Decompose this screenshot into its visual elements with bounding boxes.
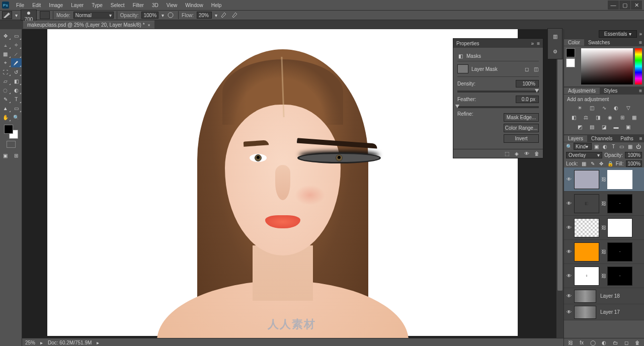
link-layers-icon[interactable]: ⛓ [567,339,574,347]
posterize-icon[interactable]: ▤ [588,123,597,131]
foreground-color-swatch[interactable] [4,125,13,134]
load-selection-icon[interactable]: ⬚ [504,151,510,157]
chevron-down-icon[interactable]: ▾ [215,13,217,18]
rectangle-tool[interactable]: ▭ [11,104,22,113]
layer-thumbnail[interactable] [574,290,596,303]
color-field[interactable] [581,48,633,84]
lasso-tool[interactable]: ⟁ [0,40,11,49]
document-tab[interactable]: makeupclass.psd @ 25% (Layer 20, Layer M… [23,21,154,29]
color-lookup-icon[interactable]: ▦ [630,113,639,121]
gradient-map-icon[interactable]: ▬ [612,123,621,131]
eraser-tool[interactable]: ▱ [0,76,11,85]
new-layer-icon[interactable]: ◻ [623,339,630,347]
bg-color-chip[interactable] [566,58,575,67]
hue-slider[interactable] [635,48,642,84]
tab-adjustments[interactable]: Adjustments [564,88,600,94]
layer-row[interactable]: 👁 ⛓ · [564,240,644,264]
channel-mixer-icon[interactable]: ⊞ [618,113,627,121]
visibility-toggle-icon[interactable]: 👁 [566,177,572,183]
status-menu-icon[interactable]: ▸ [97,340,99,345]
visibility-toggle-icon[interactable]: 👁 [566,201,572,207]
brush-panel-toggle-icon[interactable] [40,11,50,19]
photo-filter-icon[interactable]: ◉ [606,113,615,121]
close-tab-icon[interactable]: × [148,23,150,28]
layer-name[interactable]: Layer 18 [600,293,620,299]
tab-channels[interactable]: Channels [587,135,616,142]
density-value[interactable]: 100% [516,80,539,88]
menu-window[interactable]: Window [181,2,207,9]
chevron-down-icon[interactable]: ▾ [162,13,164,18]
menu-layer[interactable]: Layer [67,2,88,9]
gradient-tool[interactable]: ◧ [11,76,22,85]
lock-pixels-icon[interactable]: ✎ [589,159,595,167]
color-range-button[interactable]: Color Range... [504,124,539,132]
color-panel-menu-icon[interactable]: ≡ [637,40,644,45]
menu-filter[interactable]: Filter [129,2,148,9]
quick-mask-toggle[interactable] [7,141,16,148]
add-mask-icon[interactable]: ◯ [589,339,596,347]
pixel-mask-mode-icon[interactable]: ◻ [524,66,530,72]
zoom-status[interactable]: 25% [25,340,35,345]
tab-color[interactable]: Color [564,39,584,46]
adjustments-panel-menu-icon[interactable]: ≡ [637,88,644,94]
window-minimize[interactable]: — [608,1,619,10]
workspace-selector[interactable]: Essentials▾ [599,30,637,38]
opacity-input[interactable]: 100% [141,12,158,19]
layer-thumbnail[interactable] [574,170,599,189]
color-swatch[interactable] [4,125,18,139]
layer-row[interactable]: 👁 Layer 18 [564,288,644,304]
workspace-menu-icon[interactable]: » [639,31,642,37]
menu-view[interactable]: View [163,2,182,9]
layer-thumbnail[interactable]: ♀ [574,267,599,286]
layer-fill-input[interactable]: 100% [626,160,642,167]
layer-mask-thumbnail[interactable] [607,170,632,189]
doc-size-status[interactable]: Doc: 60.2M/751.9M [48,340,92,345]
filter-shape-icon[interactable]: ▭ [618,142,625,150]
link-icon[interactable]: ⛓ [601,177,605,182]
tab-paths[interactable]: Paths [616,135,637,142]
filter-kind-icon[interactable]: 🔍 [566,144,572,149]
fg-color-chip[interactable] [566,48,575,57]
link-icon[interactable]: ⛓ [601,201,605,206]
vector-mask-mode-icon[interactable]: ◫ [533,66,539,72]
layer-row[interactable]: 👁 ◧ ⛓ · [564,192,644,216]
tablet-pressure-opacity-icon[interactable] [167,12,175,19]
delete-mask-icon[interactable]: 🗑 [534,151,540,157]
layer-filter-kind[interactable]: Kind ▾ [574,143,592,150]
layer-mask-thumbnail[interactable] [607,218,632,237]
menu-help[interactable]: Help [207,2,226,9]
history-brush-tool[interactable]: ↺ [11,67,22,76]
feather-value[interactable]: 0.0 px [516,96,539,103]
brightness-contrast-icon[interactable]: ☀ [576,104,585,112]
layer-row[interactable]: 👁 ⛓ [564,167,644,192]
density-slider[interactable] [457,91,539,93]
screen-mode-icon[interactable]: ▣ [0,151,11,160]
mask-thumbnail[interactable] [457,64,468,73]
filter-smart-icon[interactable]: ▦ [627,142,634,150]
menu-select[interactable]: Select [107,2,129,9]
selective-color-icon[interactable]: ▣ [624,123,633,131]
mask-edge-button[interactable]: Mask Edge... [504,113,539,122]
layer-row[interactable]: 👁 Layer 17 [564,304,644,320]
change-screen-mode[interactable]: ⊞ [11,151,22,160]
feather-slider[interactable] [457,106,539,108]
layer-mask-thumbnail[interactable]: · [607,194,632,213]
layer-style-icon[interactable]: fx [578,339,585,347]
visibility-toggle-icon[interactable]: 👁 [566,273,572,279]
layer-thumbnail[interactable] [574,242,599,262]
rectangular-marquee-tool[interactable]: ▭ [11,31,22,40]
airbrush-icon[interactable] [220,12,228,19]
dodge-tool[interactable]: ◐ [11,85,22,95]
filter-type-icon[interactable]: T [610,142,617,150]
properties-panel-icon[interactable]: ⚙ [550,47,559,56]
layer-thumbnail[interactable]: ◧ [574,194,599,213]
current-tool-icon[interactable] [2,11,12,19]
disable-mask-icon[interactable]: 👁 [524,151,530,157]
apply-mask-icon[interactable]: ◈ [514,151,520,157]
window-close[interactable]: ✕ [631,1,642,10]
visibility-toggle-icon[interactable]: 👁 [566,309,572,315]
exposure-icon[interactable]: ◐ [612,104,621,112]
layer-mask-thumbnail[interactable]: · [607,267,632,286]
filter-pixel-icon[interactable]: ▣ [593,142,600,150]
layer-mask-thumbnail[interactable]: · [607,242,632,262]
